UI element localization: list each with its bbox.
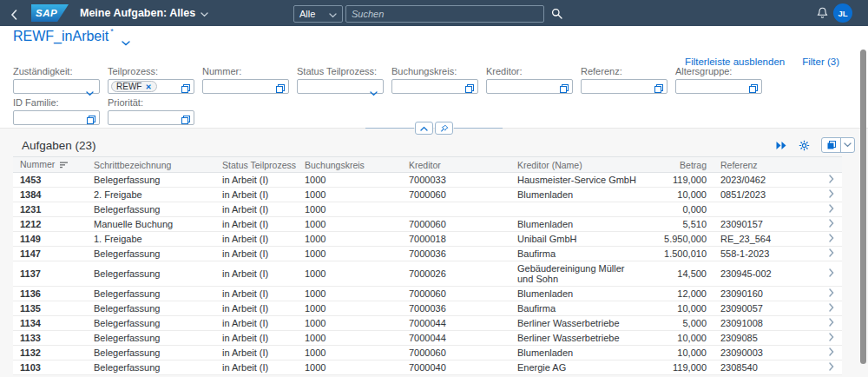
row-navigation-cell [807, 360, 842, 375]
column-header-label: Buchungskreis [305, 160, 365, 170]
chevron-right-icon[interactable] [829, 318, 834, 328]
chevron-right-icon[interactable] [829, 347, 834, 358]
table-row[interactable]: 1103Belegerfassungin Arbeit (I)100070000… [13, 360, 842, 375]
filter-token[interactable]: REWF✕ [111, 81, 157, 92]
filter-input-priorit-t[interactable] [108, 110, 194, 125]
filter-input-altersgruppe[interactable] [675, 79, 762, 94]
app-title-menu[interactable]: Meine Aufgaben: Alles [80, 0, 208, 26]
cell-bukrs: 1000 [298, 331, 402, 346]
settings-gear-icon[interactable] [799, 140, 810, 151]
variant-selector[interactable]: REWF_inArbeit * [13, 29, 130, 50]
column-header-kreditor-name[interactable]: Kreditor (Name) [510, 157, 647, 173]
table-row[interactable]: 1453Belegerfassungin Arbeit (I)100070000… [13, 173, 842, 188]
table-row[interactable]: 1136Belegerfassungin Arbeit (I)100070000… [13, 287, 842, 301]
value-help-icon[interactable] [559, 82, 569, 97]
chevron-right-icon[interactable] [829, 175, 834, 185]
filter-field-label: Priorität: [108, 97, 194, 108]
value-help-icon[interactable] [181, 113, 191, 129]
user-avatar[interactable]: JL [833, 3, 852, 23]
table-row[interactable]: 1134Belegerfassungin Arbeit (I)100070000… [13, 316, 842, 331]
chevron-right-icon[interactable] [829, 219, 834, 229]
value-help-icon[interactable] [275, 82, 286, 97]
chevron-right-icon[interactable] [829, 362, 834, 373]
search-input[interactable] [345, 5, 544, 23]
chevron-right-icon[interactable] [829, 204, 834, 215]
search-scope-value: Alle [299, 9, 315, 19]
filter-input-zust-ndigkeit[interactable] [13, 79, 100, 94]
column-header-label: Nummer [20, 159, 55, 169]
vertical-scrollbar[interactable] [860, 50, 866, 364]
cell-nummer: 1384 [13, 188, 87, 202]
table-row[interactable]: 1137Belegerfassungin Arbeit (I)100070000… [13, 261, 842, 287]
forward-all-icon[interactable] [775, 141, 787, 150]
filter-input-kreditor[interactable] [486, 79, 573, 94]
table-row[interactable]: 1135Belegerfassungin Arbeit (I)100070000… [13, 301, 842, 316]
filter-input-id-familie[interactable] [13, 110, 100, 125]
table-actions [775, 137, 855, 153]
value-help-icon[interactable] [86, 113, 96, 129]
divider [365, 128, 414, 129]
value-help-icon[interactable] [654, 82, 664, 97]
chevron-right-icon[interactable] [829, 234, 834, 244]
table-title: Aufgaben (23) [22, 139, 96, 152]
collapse-filterbar-button[interactable] [415, 122, 433, 135]
column-header-buchungskreis[interactable]: Buchungskreis [298, 157, 402, 173]
value-help-icon[interactable] [181, 82, 191, 97]
filterbar-collapse-control [365, 122, 503, 135]
cell-bukrs: 1000 [298, 188, 402, 202]
value-help-icon[interactable] [464, 82, 475, 97]
table-row[interactable]: 1231Belegerfassungin Arbeit (I)10000,000 [13, 202, 842, 217]
column-header-status-teilprozess[interactable]: Status Teilprozess [215, 157, 298, 173]
token-remove-icon[interactable]: ✕ [145, 83, 151, 91]
chevron-right-icon[interactable] [829, 189, 834, 200]
cell-name: Baufirma [510, 301, 647, 316]
table-row[interactable]: 1147Belegerfassungin Arbeit (I)100070000… [13, 247, 842, 261]
cell-kreditor: 7000036 [402, 247, 510, 261]
cell-schritt: Belegerfassung [87, 202, 215, 217]
filter-input-referenz[interactable] [581, 79, 667, 94]
cell-schritt: Belegerfassung [87, 360, 215, 375]
export-menu-chevron-icon[interactable] [840, 138, 854, 152]
filter-input-status-teilprozess[interactable] [297, 79, 384, 94]
filter-field-label: Status Teilprozess: [297, 66, 384, 76]
notifications-bell-icon[interactable] [817, 7, 828, 23]
value-help-icon[interactable] [748, 82, 759, 97]
table-row[interactable]: 1132Belegerfassungin Arbeit (I)100070000… [13, 346, 842, 360]
column-header-kreditor[interactable]: Kreditor [402, 157, 510, 173]
chevron-right-icon[interactable] [829, 288, 834, 299]
pin-filterbar-button[interactable] [435, 122, 453, 135]
search-icon[interactable] [551, 7, 562, 23]
filters-dialog-link[interactable]: Filter (3) [802, 56, 839, 67]
column-header-betrag[interactable]: Betrag [647, 157, 713, 173]
cell-referenz: 23091008 [713, 316, 807, 331]
sort-icon[interactable] [60, 160, 69, 170]
cell-name: Unibail GmbH [510, 232, 647, 247]
table-row[interactable]: 1212Manuelle Buchungin Arbeit (I)1000700… [13, 217, 842, 232]
filter-field-priorit-t: Priorität: [108, 97, 194, 125]
table-row[interactable]: 11491. Freigabein Arbeit (I)10007000018U… [13, 232, 842, 247]
cell-kreditor: 7000044 [402, 316, 510, 331]
cell-kreditor [402, 202, 510, 217]
column-header-nummer[interactable]: Nummer [13, 157, 87, 173]
search-scope-select[interactable]: Alle [293, 5, 343, 23]
chevron-down-icon [122, 34, 130, 50]
chevron-right-icon[interactable] [829, 303, 834, 314]
cell-kreditor: 7000060 [402, 217, 510, 232]
chevron-right-icon[interactable] [829, 248, 834, 259]
chevron-right-icon[interactable] [829, 268, 834, 279]
chevron-down-icon[interactable] [370, 84, 378, 100]
cell-status: in Arbeit (I) [215, 261, 298, 287]
filter-input-buchungskreis[interactable] [391, 79, 478, 94]
row-navigation-cell [807, 188, 842, 202]
column-header-schrittbezeichnung[interactable]: Schrittbezeichnung [87, 157, 215, 173]
table-row[interactable]: 1133Belegerfassungin Arbeit (I)100070000… [13, 331, 842, 346]
back-icon[interactable] [10, 8, 17, 23]
table-row[interactable]: 13842. Freigabein Arbeit (I)10007000060B… [13, 188, 842, 202]
column-header-referenz[interactable]: Referenz [713, 157, 807, 173]
filter-input-teilprozess[interactable]: REWF✕ [108, 79, 194, 94]
filter-input-nummer[interactable] [202, 79, 289, 94]
hide-filterbar-link[interactable]: Filterleiste ausblenden [685, 56, 785, 67]
chevron-right-icon[interactable] [829, 333, 834, 343]
chevron-down-icon[interactable] [86, 84, 94, 100]
export-spreadsheet-icon[interactable] [822, 138, 840, 152]
